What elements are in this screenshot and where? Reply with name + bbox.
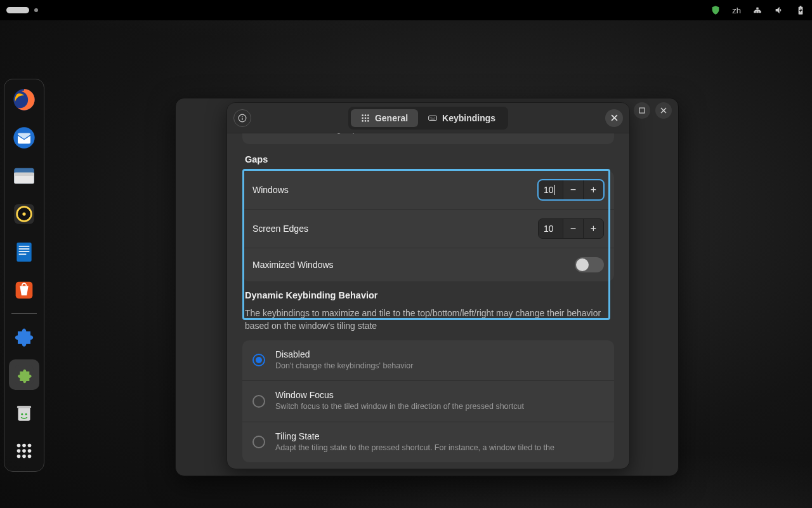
raise-together-row: A tile group is created when a window ge… bbox=[242, 133, 614, 144]
text-cursor bbox=[554, 185, 555, 195]
svg-point-17 bbox=[21, 413, 23, 415]
svg-point-23 bbox=[22, 449, 26, 453]
svg-point-42 bbox=[367, 120, 369, 122]
svg-point-19 bbox=[17, 444, 21, 448]
gaps-screen-edges-row: Screen Edges 10 − + bbox=[242, 209, 614, 248]
dyn-focus-sub: Switch focus to the tiled window in the … bbox=[275, 401, 604, 413]
dyn-option-focus[interactable]: Window Focus Switch focus to the tiled w… bbox=[242, 380, 614, 422]
dialog-close-button[interactable] bbox=[605, 109, 623, 127]
dyn-option-disabled[interactable]: Disabled Don't change the keybindings' b… bbox=[242, 340, 614, 381]
activities-button[interactable] bbox=[6, 7, 29, 13]
extension-prefs-window: General Keybindings bbox=[175, 98, 679, 476]
gaps-screen-edges-increment[interactable]: + bbox=[583, 219, 603, 238]
dyn-option-tiling[interactable]: Tiling State Adapt the tiling state to t… bbox=[242, 422, 614, 463]
svg-rect-11 bbox=[19, 251, 30, 252]
dock-app-puzzle-blue[interactable] bbox=[9, 321, 39, 352]
view-switcher: General Keybindings bbox=[348, 107, 508, 130]
svg-rect-28 bbox=[639, 108, 645, 113]
tab-keybindings[interactable]: Keybindings bbox=[418, 109, 506, 127]
gaps-maximized-label: Maximized Windows bbox=[252, 260, 565, 270]
gaps-header: Gaps bbox=[245, 154, 612, 164]
activities-indicator-dot bbox=[34, 8, 38, 12]
dock-app-software[interactable] bbox=[9, 275, 39, 305]
svg-point-39 bbox=[367, 117, 369, 119]
gaps-windows-label: Windows bbox=[252, 185, 528, 195]
dyn-focus-title: Window Focus bbox=[275, 390, 604, 400]
dock-app-extensions[interactable] bbox=[9, 359, 39, 390]
about-button[interactable] bbox=[233, 109, 251, 127]
svg-rect-4 bbox=[14, 173, 34, 176]
svg-point-41 bbox=[365, 120, 367, 122]
volume-icon[interactable] bbox=[774, 5, 784, 15]
gaps-windows-decrement[interactable]: − bbox=[563, 180, 583, 199]
tab-general-label: General bbox=[375, 113, 408, 123]
gaps-windows-row: Windows 10 − + bbox=[242, 171, 614, 209]
network-icon[interactable] bbox=[752, 5, 763, 15]
svg-point-20 bbox=[22, 444, 26, 448]
gaps-screen-edges-spin[interactable]: 10 − + bbox=[538, 218, 604, 239]
svg-point-35 bbox=[365, 114, 367, 116]
tiling-assistant-prefs-dialog: General Keybindings bbox=[226, 102, 630, 469]
dock bbox=[4, 79, 44, 472]
svg-rect-16 bbox=[17, 406, 31, 408]
svg-point-33 bbox=[242, 116, 242, 116]
dynamic-keybinding-group: Disabled Don't change the keybindings' b… bbox=[242, 340, 614, 463]
svg-point-25 bbox=[17, 455, 21, 458]
dock-app-trash[interactable] bbox=[9, 398, 39, 428]
dyn-tiling-sub: Adapt the tiling state to the pressed sh… bbox=[275, 443, 604, 454]
raise-together-desc: A tile group is created when a window ge… bbox=[252, 133, 565, 135]
svg-rect-43 bbox=[429, 116, 437, 120]
dock-show-apps[interactable] bbox=[9, 436, 39, 466]
radio-focus[interactable] bbox=[252, 395, 265, 408]
dyn-tiling-title: Tiling State bbox=[275, 431, 604, 441]
dyn-disabled-sub: Don't change the keybindings' behavior bbox=[275, 361, 604, 372]
svg-point-18 bbox=[25, 413, 27, 415]
dock-app-firefox[interactable] bbox=[9, 84, 39, 115]
window-maximize-button[interactable] bbox=[634, 102, 650, 119]
gaps-maximized-row: Maximized Windows bbox=[242, 248, 614, 281]
svg-point-40 bbox=[362, 120, 363, 122]
svg-point-34 bbox=[362, 114, 363, 116]
gaps-group: Windows 10 − + Screen Edges 10 − bbox=[242, 171, 614, 281]
dock-app-thunderbird[interactable] bbox=[9, 123, 39, 153]
gaps-windows-spin[interactable]: 10 − + bbox=[538, 180, 604, 200]
top-panel: zh bbox=[0, 0, 812, 20]
svg-point-36 bbox=[367, 114, 369, 116]
dock-separator bbox=[11, 313, 37, 314]
dyn-disabled-title: Disabled bbox=[275, 349, 604, 359]
gaps-windows-increment[interactable]: + bbox=[583, 180, 603, 199]
desktop-wallpaper: General Keybindings bbox=[0, 20, 812, 508]
svg-point-27 bbox=[28, 455, 32, 458]
dock-app-files[interactable] bbox=[9, 161, 39, 191]
svg-point-7 bbox=[22, 212, 25, 215]
dock-app-writer[interactable] bbox=[9, 237, 39, 267]
shield-icon[interactable] bbox=[710, 5, 721, 15]
svg-point-26 bbox=[22, 455, 26, 458]
gaps-screen-edges-value[interactable]: 10 bbox=[539, 219, 563, 238]
svg-point-21 bbox=[28, 444, 32, 448]
svg-point-38 bbox=[365, 117, 367, 119]
svg-rect-12 bbox=[19, 254, 27, 255]
window-close-button[interactable] bbox=[655, 102, 672, 119]
dynamic-keybinding-header: Dynamic Keybinding Behavior bbox=[242, 290, 614, 307]
gaps-maximized-toggle[interactable] bbox=[575, 257, 604, 272]
battery-charging-icon[interactable] bbox=[796, 5, 806, 15]
input-language-indicator[interactable]: zh bbox=[732, 6, 741, 15]
dock-app-rhythmbox[interactable] bbox=[9, 199, 39, 229]
gaps-screen-edges-label: Screen Edges bbox=[252, 224, 528, 234]
svg-rect-9 bbox=[19, 246, 30, 247]
radio-tiling[interactable] bbox=[252, 436, 265, 448]
svg-point-22 bbox=[17, 449, 21, 453]
svg-rect-10 bbox=[19, 248, 30, 250]
gaps-screen-edges-decrement[interactable]: − bbox=[563, 219, 583, 238]
svg-point-24 bbox=[28, 449, 32, 453]
gaps-windows-value[interactable]: 10 bbox=[539, 180, 563, 199]
tab-general[interactable]: General bbox=[351, 109, 418, 127]
dynamic-keybinding-desc: The keybindings to maximize and tile to … bbox=[242, 307, 614, 340]
svg-point-37 bbox=[362, 117, 363, 119]
tab-keybindings-label: Keybindings bbox=[442, 113, 495, 123]
radio-disabled[interactable] bbox=[252, 354, 265, 366]
